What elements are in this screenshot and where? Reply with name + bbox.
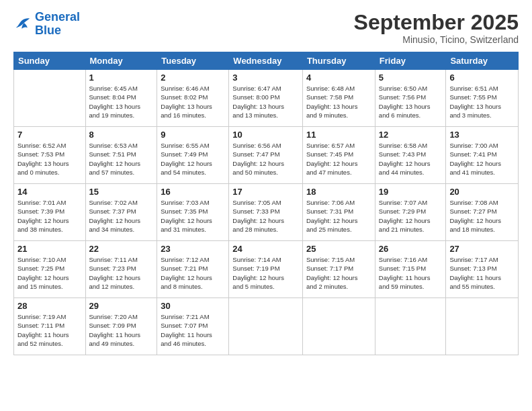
day-number: 17 — [232, 187, 299, 197]
header-saturday: Saturday — [446, 52, 519, 70]
calendar-cell: 3Sunrise: 6:47 AM Sunset: 8:00 PM Daylig… — [229, 70, 303, 127]
day-info: Sunrise: 7:10 AM Sunset: 7:25 PM Dayligh… — [17, 255, 82, 291]
week-row-4: 21Sunrise: 7:10 AM Sunset: 7:25 PM Dayli… — [14, 241, 519, 298]
week-row-5: 28Sunrise: 7:19 AM Sunset: 7:11 PM Dayli… — [14, 298, 519, 355]
day-number: 3 — [232, 73, 299, 83]
day-info: Sunrise: 7:19 AM Sunset: 7:11 PM Dayligh… — [17, 312, 82, 348]
calendar-cell: 8Sunrise: 6:53 AM Sunset: 7:51 PM Daylig… — [85, 127, 157, 184]
logo: General Blue — [13, 11, 80, 38]
day-info: Sunrise: 7:05 AM Sunset: 7:33 PM Dayligh… — [232, 198, 299, 234]
day-info: Sunrise: 6:48 AM Sunset: 7:58 PM Dayligh… — [306, 84, 371, 120]
calendar-cell: 11Sunrise: 6:57 AM Sunset: 7:45 PM Dayli… — [302, 127, 375, 184]
month-title: September 2025 — [354, 11, 519, 34]
day-number: 19 — [379, 187, 443, 197]
calendar-cell: 6Sunrise: 6:51 AM Sunset: 7:55 PM Daylig… — [446, 70, 519, 127]
header-wednesday: Wednesday — [229, 52, 303, 70]
day-info: Sunrise: 7:15 AM Sunset: 7:17 PM Dayligh… — [306, 255, 371, 291]
calendar-cell: 28Sunrise: 7:19 AM Sunset: 7:11 PM Dayli… — [14, 298, 86, 355]
day-number: 21 — [17, 244, 82, 254]
day-info: Sunrise: 7:08 AM Sunset: 7:27 PM Dayligh… — [449, 198, 515, 234]
calendar-cell: 20Sunrise: 7:08 AM Sunset: 7:27 PM Dayli… — [446, 184, 519, 241]
day-number: 25 — [306, 244, 371, 254]
calendar-cell — [446, 298, 519, 355]
week-row-3: 14Sunrise: 7:01 AM Sunset: 7:39 PM Dayli… — [14, 184, 519, 241]
calendar-cell: 29Sunrise: 7:20 AM Sunset: 7:09 PM Dayli… — [85, 298, 157, 355]
day-info: Sunrise: 6:50 AM Sunset: 7:56 PM Dayligh… — [379, 84, 443, 120]
day-number: 13 — [449, 130, 515, 140]
day-number: 12 — [379, 130, 443, 140]
day-info: Sunrise: 6:45 AM Sunset: 8:04 PM Dayligh… — [89, 84, 154, 120]
day-info: Sunrise: 6:53 AM Sunset: 7:51 PM Dayligh… — [89, 141, 154, 177]
day-info: Sunrise: 7:12 AM Sunset: 7:21 PM Dayligh… — [161, 255, 225, 291]
calendar-cell: 30Sunrise: 7:21 AM Sunset: 7:07 PM Dayli… — [157, 298, 229, 355]
calendar-cell — [14, 70, 86, 127]
calendar-cell: 19Sunrise: 7:07 AM Sunset: 7:29 PM Dayli… — [375, 184, 446, 241]
week-row-2: 7Sunrise: 6:52 AM Sunset: 7:53 PM Daylig… — [14, 127, 519, 184]
top-section: General Blue September 2025 Minusio, Tic… — [13, 11, 519, 45]
calendar-cell — [229, 298, 303, 355]
day-number: 9 — [161, 130, 225, 140]
calendar-cell: 10Sunrise: 6:56 AM Sunset: 7:47 PM Dayli… — [229, 127, 303, 184]
logo-line2: Blue — [35, 24, 61, 37]
day-info: Sunrise: 6:51 AM Sunset: 7:55 PM Dayligh… — [449, 84, 515, 120]
title-section: September 2025 Minusio, Ticino, Switzerl… — [354, 11, 519, 45]
calendar-cell: 18Sunrise: 7:06 AM Sunset: 7:31 PM Dayli… — [302, 184, 375, 241]
header-friday: Friday — [375, 52, 446, 70]
day-info: Sunrise: 6:55 AM Sunset: 7:49 PM Dayligh… — [161, 141, 225, 177]
day-number: 20 — [449, 187, 515, 197]
calendar-cell: 2Sunrise: 6:46 AM Sunset: 8:02 PM Daylig… — [157, 70, 229, 127]
day-number: 24 — [232, 244, 299, 254]
day-info: Sunrise: 6:57 AM Sunset: 7:45 PM Dayligh… — [306, 141, 371, 177]
day-number: 7 — [17, 130, 82, 140]
calendar-cell: 16Sunrise: 7:03 AM Sunset: 7:35 PM Dayli… — [157, 184, 229, 241]
calendar-cell: 13Sunrise: 7:00 AM Sunset: 7:41 PM Dayli… — [446, 127, 519, 184]
calendar-cell: 12Sunrise: 6:58 AM Sunset: 7:43 PM Dayli… — [375, 127, 446, 184]
day-info: Sunrise: 7:03 AM Sunset: 7:35 PM Dayligh… — [161, 198, 225, 234]
day-info: Sunrise: 7:06 AM Sunset: 7:31 PM Dayligh… — [306, 198, 371, 234]
calendar-cell — [302, 298, 375, 355]
header-tuesday: Tuesday — [157, 52, 229, 70]
day-number: 27 — [449, 244, 515, 254]
day-info: Sunrise: 7:07 AM Sunset: 7:29 PM Dayligh… — [379, 198, 443, 234]
day-number: 8 — [89, 130, 154, 140]
day-info: Sunrise: 7:11 AM Sunset: 7:23 PM Dayligh… — [89, 255, 154, 291]
day-number: 22 — [89, 244, 154, 254]
day-number: 2 — [161, 73, 225, 83]
calendar-cell: 9Sunrise: 6:55 AM Sunset: 7:49 PM Daylig… — [157, 127, 229, 184]
header-monday: Monday — [85, 52, 157, 70]
calendar-table: Sunday Monday Tuesday Wednesday Thursday… — [13, 52, 519, 355]
calendar-cell: 22Sunrise: 7:11 AM Sunset: 7:23 PM Dayli… — [85, 241, 157, 298]
calendar-page: General Blue September 2025 Minusio, Tic… — [0, 0, 532, 411]
calendar-cell: 5Sunrise: 6:50 AM Sunset: 7:56 PM Daylig… — [375, 70, 446, 127]
logo-text-block: General Blue — [35, 11, 80, 38]
logo-line1: General — [35, 10, 80, 24]
calendar-cell: 15Sunrise: 7:02 AM Sunset: 7:37 PM Dayli… — [85, 184, 157, 241]
day-info: Sunrise: 6:56 AM Sunset: 7:47 PM Dayligh… — [232, 141, 299, 177]
day-number: 29 — [89, 301, 154, 311]
day-number: 5 — [379, 73, 443, 83]
day-info: Sunrise: 7:14 AM Sunset: 7:19 PM Dayligh… — [232, 255, 299, 291]
day-info: Sunrise: 7:21 AM Sunset: 7:07 PM Dayligh… — [161, 312, 225, 348]
calendar-cell: 24Sunrise: 7:14 AM Sunset: 7:19 PM Dayli… — [229, 241, 303, 298]
day-info: Sunrise: 7:16 AM Sunset: 7:15 PM Dayligh… — [379, 255, 443, 291]
day-info: Sunrise: 7:01 AM Sunset: 7:39 PM Dayligh… — [17, 198, 82, 234]
day-number: 4 — [306, 73, 371, 83]
calendar-cell: 17Sunrise: 7:05 AM Sunset: 7:33 PM Dayli… — [229, 184, 303, 241]
day-info: Sunrise: 6:47 AM Sunset: 8:00 PM Dayligh… — [232, 84, 299, 120]
day-number: 15 — [89, 187, 154, 197]
calendar-cell: 1Sunrise: 6:45 AM Sunset: 8:04 PM Daylig… — [85, 70, 157, 127]
calendar-cell: 25Sunrise: 7:15 AM Sunset: 7:17 PM Dayli… — [302, 241, 375, 298]
day-info: Sunrise: 7:02 AM Sunset: 7:37 PM Dayligh… — [89, 198, 154, 234]
day-number: 1 — [89, 73, 154, 83]
day-info: Sunrise: 6:52 AM Sunset: 7:53 PM Dayligh… — [17, 141, 82, 177]
day-number: 6 — [449, 73, 515, 83]
calendar-cell: 14Sunrise: 7:01 AM Sunset: 7:39 PM Dayli… — [14, 184, 86, 241]
logo-name: General Blue — [35, 11, 80, 38]
calendar-cell — [375, 298, 446, 355]
header-thursday: Thursday — [302, 52, 375, 70]
day-number: 11 — [306, 130, 371, 140]
day-info: Sunrise: 6:58 AM Sunset: 7:43 PM Dayligh… — [379, 141, 443, 177]
day-number: 23 — [161, 244, 225, 254]
day-info: Sunrise: 6:46 AM Sunset: 8:02 PM Dayligh… — [161, 84, 225, 120]
calendar-cell: 7Sunrise: 6:52 AM Sunset: 7:53 PM Daylig… — [14, 127, 86, 184]
